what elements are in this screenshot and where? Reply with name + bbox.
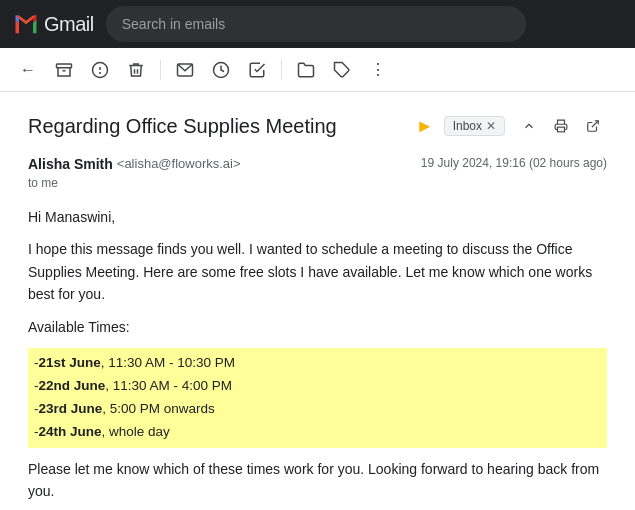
svg-rect-8 xyxy=(558,127,565,132)
archive-button[interactable] xyxy=(48,54,80,86)
mark-unread-button[interactable] xyxy=(169,54,201,86)
date-1: 21st June xyxy=(39,355,101,370)
move-to-button[interactable] xyxy=(290,54,322,86)
svg-line-9 xyxy=(592,121,598,127)
time-line-2: -22nd June, 11:30 AM - 4:00 PM xyxy=(34,375,601,398)
email-body: Hi Manaswini, I hope this message finds … xyxy=(28,206,607,510)
to-label: to me xyxy=(28,176,607,190)
available-times-label: Available Times: xyxy=(28,316,607,338)
toolbar-divider-2 xyxy=(281,60,282,80)
email-toolbar: ← ⋮ xyxy=(0,48,635,92)
slot-4: , whole day xyxy=(102,424,170,439)
open-in-new-button[interactable] xyxy=(579,112,607,140)
time-line-4: -24th June, whole day xyxy=(34,421,601,444)
print-button[interactable] xyxy=(547,112,575,140)
header-actions xyxy=(515,112,607,140)
email-date: 19 July 2024, 19:16 (02 hours ago) xyxy=(421,156,607,170)
more-options-button[interactable]: ⋮ xyxy=(362,54,394,86)
gmail-logo-icon xyxy=(12,10,40,38)
label-button[interactable] xyxy=(326,54,358,86)
intro-paragraph: I hope this message finds you well. I wa… xyxy=(28,238,607,305)
top-bar: Gmail xyxy=(0,0,635,48)
back-button[interactable]: ← xyxy=(12,54,44,86)
report-spam-button[interactable] xyxy=(84,54,116,86)
date-2: 22nd June xyxy=(39,378,106,393)
toolbar-divider-1 xyxy=(160,60,161,80)
sender-name: Alisha Smith xyxy=(28,156,113,172)
date-3: 23rd June xyxy=(39,401,103,416)
inbox-label: Inbox xyxy=(453,119,482,133)
slot-2: , 11:30 AM - 4:00 PM xyxy=(105,378,232,393)
search-bar[interactable] xyxy=(106,6,526,42)
inbox-badge-close[interactable]: ✕ xyxy=(486,119,496,133)
svg-point-4 xyxy=(100,72,101,73)
time-line-1: -21st June, 11:30 AM - 10:30 PM xyxy=(34,352,601,375)
delete-button[interactable] xyxy=(120,54,152,86)
highlighted-times-block: -21st June, 11:30 AM - 10:30 PM -22nd Ju… xyxy=(28,348,607,448)
closing-paragraph: Please let me know which of these times … xyxy=(28,458,607,503)
time-line-3: -23rd June, 5:00 PM onwards xyxy=(34,398,601,421)
email-subject: Regarding Office Supplies Meeting xyxy=(28,115,406,138)
sender-email: <alisha@floworks.ai> xyxy=(117,156,241,171)
sender-row: Alisha Smith <alisha@floworks.ai> 19 Jul… xyxy=(28,156,607,172)
gmail-logo: Gmail xyxy=(12,10,94,38)
defer-button[interactable] xyxy=(241,54,273,86)
greeting: Hi Manaswini, xyxy=(28,206,607,228)
svg-rect-0 xyxy=(57,64,72,68)
forward-arrow-icon: ► xyxy=(416,116,434,137)
search-input[interactable] xyxy=(122,16,510,32)
date-4: 24th June xyxy=(39,424,102,439)
email-content: Regarding Office Supplies Meeting ► Inbo… xyxy=(0,92,635,510)
expand-button[interactable] xyxy=(515,112,543,140)
snooze-button[interactable] xyxy=(205,54,237,86)
slot-3: , 5:00 PM onwards xyxy=(102,401,215,416)
email-header-row: Regarding Office Supplies Meeting ► Inbo… xyxy=(28,112,607,140)
inbox-badge: Inbox ✕ xyxy=(444,116,505,136)
app-title: Gmail xyxy=(44,13,94,36)
slot-1: , 11:30 AM - 10:30 PM xyxy=(101,355,235,370)
